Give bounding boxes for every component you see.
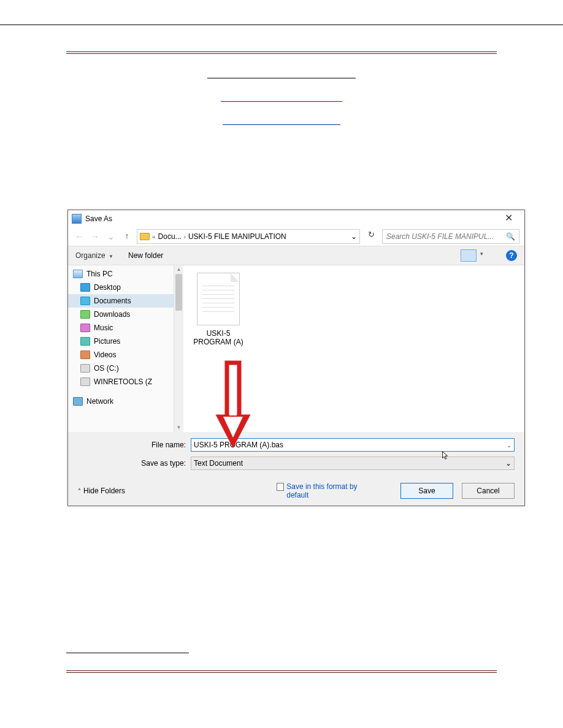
heading-area	[66, 66, 497, 140]
dialog-footer: ˄ Hide Folders Save in this format by de…	[68, 476, 524, 506]
dialog-titlebar[interactable]: Save As ✕	[68, 210, 524, 227]
close-icon: ✕	[505, 213, 513, 223]
checkbox-icon[interactable]	[277, 483, 284, 491]
new-folder-button[interactable]: New folder	[128, 251, 163, 260]
tree-item-label: Music	[94, 324, 113, 332]
drive-icon	[80, 377, 90, 386]
heading-title	[207, 66, 356, 78]
tree-item-this-pc[interactable]: This PC	[68, 267, 174, 281]
tree-item-label: WINRETOOLS (Z	[94, 377, 152, 386]
breadcrumb-item[interactable]: Docu...	[158, 232, 182, 241]
nav-tree[interactable]: This PCDesktopDocumentsDownloadsMusicPic…	[68, 265, 174, 432]
tree-item-label: Desktop	[94, 283, 121, 292]
filename-value: USKI-5 PROGRAM (A).bas	[194, 441, 283, 449]
nav-bar: ← → ⌄ ↑ « Docu... › USKI-5 FILE MANIPULA…	[68, 227, 524, 246]
tree-item-desktop[interactable]: Desktop	[68, 281, 174, 294]
tree-item-os-c-[interactable]: OS (C:)	[68, 362, 174, 375]
tree-item-label: OS (C:)	[94, 364, 119, 373]
back-button[interactable]: ←	[73, 230, 85, 243]
tree-item-label: Downloads	[94, 310, 130, 319]
dialog-title: Save As	[85, 214, 496, 223]
tree-item-label: This PC	[86, 270, 113, 278]
dialog-body: This PCDesktopDocumentsDownloadsMusicPic…	[68, 265, 524, 432]
close-button[interactable]: ✕	[496, 211, 521, 227]
recent-dropdown[interactable]: ⌄	[105, 230, 117, 243]
tree-item-label: Videos	[94, 351, 116, 359]
tree-item-downloads[interactable]: Downloads	[68, 308, 174, 321]
net-icon	[73, 397, 83, 406]
refresh-button[interactable]: ↻	[364, 230, 378, 243]
chevron-down-icon[interactable]: ⌄	[507, 442, 511, 449]
chevron-up-icon: ˄	[78, 488, 81, 495]
address-dropdown-icon[interactable]: ⌄	[351, 232, 357, 241]
address-bar[interactable]: « Docu... › USKI-5 FILE MANIPULATION ⌄	[137, 229, 360, 244]
breadcrumb-item[interactable]: USKI-5 FILE MANIPULATION	[188, 232, 286, 241]
default-format-label: Save in this format by default	[286, 482, 375, 499]
organize-label: Organize	[75, 251, 105, 260]
tree-item-pictures[interactable]: Pictures	[68, 335, 174, 348]
help-button[interactable]: ?	[506, 250, 517, 261]
toolbar: Organize ▼ New folder ?	[68, 246, 524, 265]
chevron-right-icon: ›	[184, 233, 186, 240]
up-button[interactable]: ↑	[121, 230, 133, 243]
tree-scrollbar[interactable]: ▲ ▼	[174, 265, 183, 432]
tree-item-label: Pictures	[94, 337, 120, 346]
default-format-checkbox[interactable]: Save in this format by default	[277, 482, 375, 499]
dialog-app-icon	[72, 214, 82, 224]
view-mode-button[interactable]	[461, 249, 477, 262]
tree-item-music[interactable]: Music	[68, 321, 174, 335]
music-icon	[80, 324, 90, 332]
organize-menu[interactable]: Organize ▼	[75, 251, 113, 260]
search-input[interactable]	[386, 232, 504, 241]
save-button[interactable]: Save	[400, 483, 453, 499]
drive-icon	[80, 364, 90, 373]
section-rule	[66, 643, 189, 653]
file-list[interactable]: USKI-5 PROGRAM (A)	[183, 265, 524, 432]
tree-item-network[interactable]: Network	[68, 395, 174, 408]
search-icon: 🔍	[506, 232, 515, 241]
savetype-select[interactable]: Text Document ⌄	[191, 457, 515, 470]
search-field[interactable]: 🔍	[382, 229, 519, 244]
hide-folders-label: Hide Folders	[83, 487, 125, 495]
hide-folders-button[interactable]: ˄ Hide Folders	[78, 487, 125, 495]
page-rule-bottom	[66, 670, 497, 673]
desktop-icon	[80, 283, 90, 292]
scroll-down-icon[interactable]: ▼	[174, 423, 183, 432]
chevron-down-icon[interactable]: ⌄	[505, 459, 511, 468]
page-rule-top	[66, 51, 497, 54]
arrow-up-icon: ↑	[125, 231, 129, 241]
chevron-down-icon: ⌄	[107, 232, 115, 241]
document-icon	[197, 273, 240, 325]
pic-icon	[80, 337, 90, 346]
vid-icon	[80, 351, 90, 359]
scroll-up-icon[interactable]: ▲	[174, 265, 183, 274]
docs-hl-icon	[80, 297, 90, 305]
heading-link-1[interactable]	[221, 89, 343, 102]
folder-icon	[140, 233, 150, 240]
cancel-button[interactable]: Cancel	[462, 483, 515, 499]
tree-item-winretools-z[interactable]: WINRETOOLS (Z	[68, 375, 174, 389]
tree-item-documents[interactable]: Documents	[68, 294, 174, 308]
tree-item-label: Network	[86, 397, 113, 406]
scroll-thumb[interactable]	[175, 274, 182, 311]
filename-input[interactable]: USKI-5 PROGRAM (A).bas ⌄	[191, 438, 515, 452]
tree-item-videos[interactable]: Videos	[68, 348, 174, 362]
breadcrumb-prefix: «	[152, 233, 156, 240]
arrow-right-icon: →	[91, 232, 99, 241]
page-top-border	[0, 25, 563, 25]
fields-area: File name: USKI-5 PROGRAM (A).bas ⌄ Save…	[68, 432, 524, 476]
tree-item-label: Documents	[94, 297, 131, 305]
pc-icon	[73, 270, 83, 278]
heading-link-2[interactable]	[223, 113, 340, 125]
savetype-label: Save as type:	[68, 459, 191, 468]
save-as-dialog: Save As ✕ ← → ⌄ ↑ « Docu... › USKI-5 FIL…	[67, 210, 525, 506]
dl-icon	[80, 310, 90, 319]
filename-label: File name:	[68, 441, 191, 449]
help-icon: ?	[509, 251, 513, 260]
forward-button[interactable]: →	[89, 230, 101, 243]
file-item[interactable]: USKI-5 PROGRAM (A)	[191, 273, 246, 346]
arrow-left-icon: ←	[75, 232, 83, 241]
chevron-down-icon: ▼	[109, 254, 113, 259]
file-name-label: USKI-5 PROGRAM (A)	[191, 329, 246, 346]
savetype-value: Text Document	[194, 459, 243, 468]
